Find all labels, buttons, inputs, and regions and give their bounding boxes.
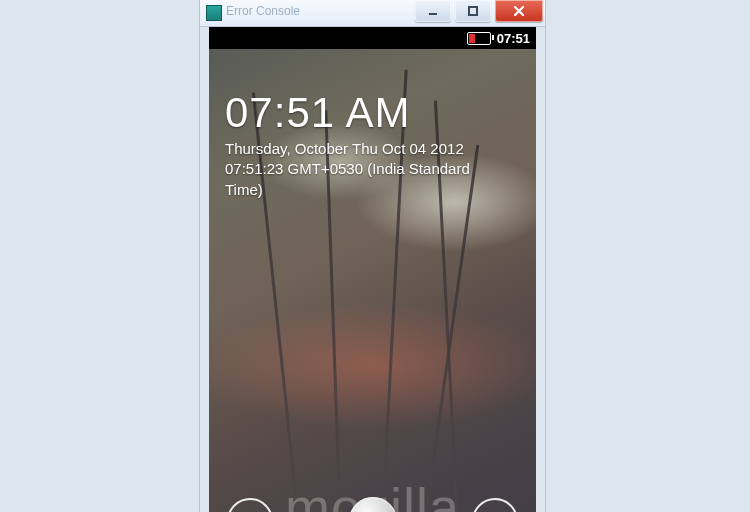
window-title: Error Console [226, 4, 300, 18]
camera-button[interactable] [227, 498, 273, 512]
status-time: 07:51 [497, 31, 530, 46]
emulator-window: Error Console 07:51 07:51 AM [200, 0, 545, 512]
phone-screen: 07:51 07:51 AM Thursday, October Thu Oct… [209, 27, 536, 512]
svg-rect-1 [469, 7, 477, 15]
maximize-button[interactable] [455, 0, 491, 22]
slide-handle[interactable] [349, 497, 397, 512]
unlock-button[interactable] [472, 498, 518, 512]
lockscreen-time: 07:51 AM [225, 89, 520, 137]
lockscreen-dock [209, 496, 536, 512]
window-titlebar[interactable]: Error Console [200, 0, 545, 27]
window-controls [415, 0, 543, 22]
app-icon [206, 5, 222, 21]
lockscreen-clock: 07:51 AM Thursday, October Thu Oct 04 20… [225, 89, 520, 200]
svg-rect-0 [429, 13, 437, 15]
lockscreen-date: Thursday, October Thu Oct 04 2012 07:51:… [225, 139, 520, 200]
minimize-button[interactable] [415, 0, 451, 22]
close-button[interactable] [495, 0, 543, 22]
status-bar: 07:51 [209, 27, 536, 49]
wallpaper: 07:51 AM Thursday, October Thu Oct 04 20… [209, 49, 536, 512]
battery-icon [467, 32, 491, 45]
